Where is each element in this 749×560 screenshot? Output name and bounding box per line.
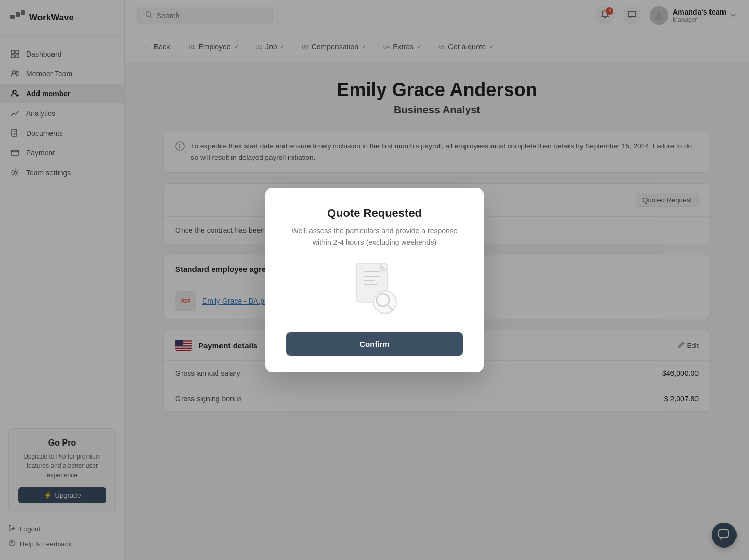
confirm-button[interactable]: Confirm <box>286 332 463 356</box>
modal-description: We'll assess the particulars and provide… <box>286 225 463 249</box>
modal: Quote Requested We'll assess the particu… <box>265 188 484 373</box>
modal-title: Quote Requested <box>286 206 463 220</box>
modal-overlay: Quote Requested We'll assess the particu… <box>0 0 749 560</box>
modal-illustration <box>333 261 416 318</box>
